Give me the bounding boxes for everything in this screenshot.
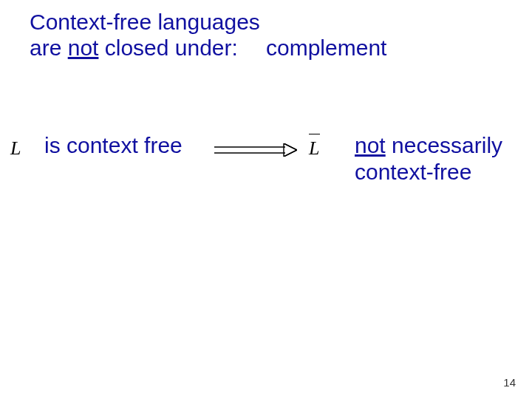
symbol-L: L <box>10 137 21 160</box>
necessarily-word: necessarily <box>386 133 502 157</box>
is-context-free: is context free <box>44 133 183 158</box>
title-line-1: Context-free languages <box>30 9 260 35</box>
slide: Context-free languages are not closed un… <box>0 0 532 399</box>
title-line-2-left: are not closed under: <box>30 35 238 61</box>
implies-arrow-icon <box>214 143 297 157</box>
title-closed-under: closed under: <box>98 35 237 60</box>
title-not: not <box>68 35 99 60</box>
not-necessarily-line2: context-free <box>355 160 471 185</box>
symbol-L-complement: L <box>309 137 319 160</box>
overline-bar-icon <box>309 134 320 134</box>
not-necessarily-line1: not necessarily <box>355 133 502 158</box>
complement-label: complement <box>266 35 386 61</box>
title-are: are <box>30 35 68 60</box>
not-underlined: not <box>355 133 386 157</box>
page-number: 14 <box>503 376 516 389</box>
